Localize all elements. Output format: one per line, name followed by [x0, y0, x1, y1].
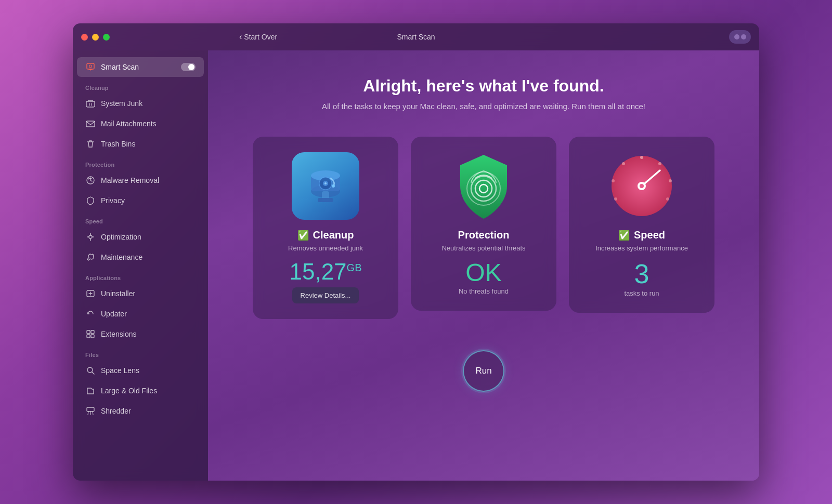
- minimize-button[interactable]: [92, 34, 99, 41]
- dot2: [741, 34, 746, 39]
- speed-card-title: Speed: [634, 229, 665, 241]
- cleanup-card: ✅ Cleanup Removes unneeded junk 15,27GB …: [253, 137, 398, 319]
- window-title: Smart Scan: [397, 33, 435, 41]
- cleanup-card-desc: Removes unneeded junk: [288, 244, 363, 252]
- svg-rect-0: [87, 63, 94, 69]
- title-bar: ‹ Start Over Smart Scan: [73, 23, 759, 50]
- cleanup-check-icon: ✅: [297, 230, 309, 241]
- svg-rect-15: [87, 335, 90, 338]
- sidebar-item-maintenance[interactable]: Maintenance: [77, 247, 204, 267]
- main-layout: Smart Scan Cleanup System Junk: [73, 50, 759, 481]
- svg-point-38: [658, 162, 661, 165]
- maximize-button[interactable]: [103, 34, 110, 41]
- svg-point-1: [89, 65, 92, 68]
- sidebar-item-trash-bins[interactable]: Trash Bins: [77, 134, 204, 154]
- cards-row: ✅ Cleanup Removes unneeded junk 15,27GB …: [253, 137, 714, 319]
- chevron-left-icon: ‹: [239, 32, 242, 42]
- section-speed: Speed: [73, 211, 208, 227]
- sidebar-item-mail-attachments[interactable]: Mail Attachments: [77, 114, 204, 134]
- smart-scan-toggle[interactable]: [181, 63, 196, 71]
- sidebar-item-space-lens[interactable]: Space Lens: [77, 361, 204, 380]
- svg-rect-5: [86, 121, 95, 127]
- svg-point-43: [614, 197, 617, 201]
- malware-removal-icon: [85, 175, 96, 185]
- extensions-label: Extensions: [101, 330, 136, 338]
- sidebar-item-large-old-files[interactable]: Large & Old Files: [77, 381, 204, 401]
- privacy-label: Privacy: [101, 196, 125, 205]
- sidebar-item-shredder[interactable]: Shredder: [77, 401, 204, 421]
- sidebar-item-malware-removal[interactable]: Malware Removal: [77, 170, 204, 190]
- back-label: Start Over: [244, 33, 277, 41]
- protection-card-footer: No threats found: [459, 287, 509, 295]
- svg-line-20: [88, 412, 88, 415]
- run-btn-container: Run: [463, 350, 504, 392]
- main-window: ‹ Start Over Smart Scan: [73, 23, 759, 481]
- sidebar-item-uninstaller[interactable]: Uninstaller: [77, 284, 204, 303]
- svg-line-22: [93, 412, 93, 415]
- svg-rect-14: [91, 330, 94, 334]
- privacy-icon: [85, 195, 96, 206]
- shredder-icon: [85, 406, 96, 416]
- svg-rect-27: [318, 198, 333, 202]
- updater-label: Updater: [101, 310, 127, 318]
- svg-point-31: [332, 184, 335, 188]
- page-heading: Alright, here's what I've found.: [363, 76, 604, 96]
- svg-point-41: [622, 162, 625, 165]
- window-controls: [81, 34, 110, 41]
- svg-rect-16: [91, 335, 94, 338]
- sidebar-item-extensions[interactable]: Extensions: [77, 324, 204, 344]
- back-nav[interactable]: ‹ Start Over: [239, 32, 277, 42]
- uninstaller-label: Uninstaller: [101, 289, 135, 298]
- sidebar-item-system-junk[interactable]: System Junk: [77, 94, 204, 113]
- extensions-icon: [85, 329, 96, 339]
- trash-bins-icon: [85, 139, 96, 149]
- speed-title-row: ✅ Speed: [618, 229, 665, 241]
- trash-bins-label: Trash Bins: [101, 140, 135, 148]
- svg-point-11: [89, 235, 92, 238]
- speed-card: ✅ Speed Increases system performance 3 t…: [569, 137, 714, 313]
- section-cleanup: Cleanup: [73, 77, 208, 93]
- sidebar-item-smart-scan[interactable]: Smart Scan: [77, 57, 204, 77]
- more-options-button[interactable]: [729, 30, 751, 44]
- protection-title-row: Protection: [458, 229, 510, 241]
- maintenance-icon: [85, 252, 96, 262]
- protection-card: Protection Neutralizes potential threats…: [411, 137, 556, 311]
- uninstaller-icon: [85, 288, 96, 299]
- shredder-label: Shredder: [101, 407, 131, 415]
- svg-point-40: [666, 197, 669, 201]
- svg-point-46: [640, 184, 644, 188]
- updater-icon: [85, 309, 96, 319]
- speed-check-icon: ✅: [618, 230, 630, 241]
- optimization-label: Optimization: [101, 233, 141, 241]
- protection-card-icon: [450, 152, 517, 220]
- smart-scan-label: Smart Scan: [101, 63, 139, 71]
- dot1: [734, 34, 739, 39]
- svg-point-30: [324, 182, 327, 184]
- run-button[interactable]: Run: [463, 350, 504, 392]
- cleanup-title-row: ✅ Cleanup: [297, 229, 354, 241]
- review-details-button[interactable]: Review Details...: [292, 287, 359, 303]
- smart-scan-icon: [85, 62, 96, 72]
- sidebar-item-optimization[interactable]: Optimization: [77, 227, 204, 247]
- sidebar-item-updater[interactable]: Updater: [77, 304, 204, 324]
- section-protection: Protection: [73, 154, 208, 170]
- content-area: Alright, here's what I've found. All of …: [208, 50, 759, 481]
- space-lens-icon: [85, 365, 96, 376]
- close-button[interactable]: [81, 34, 88, 41]
- cleanup-card-title: Cleanup: [313, 229, 354, 241]
- section-applications: Applications: [73, 268, 208, 283]
- svg-point-37: [640, 156, 643, 159]
- sidebar-item-privacy[interactable]: Privacy: [77, 191, 204, 210]
- protection-card-title: Protection: [458, 229, 510, 241]
- optimization-icon: [85, 232, 96, 242]
- page-subheading: All of the tasks to keep your Mac clean,…: [322, 102, 645, 111]
- cleanup-card-icon: [292, 152, 359, 220]
- section-files: Files: [73, 344, 208, 360]
- svg-point-42: [612, 179, 615, 182]
- space-lens-label: Space Lens: [101, 366, 139, 375]
- svg-point-39: [669, 179, 672, 182]
- mail-attachments-label: Mail Attachments: [101, 120, 157, 128]
- protection-card-desc: Neutralizes potential threats: [441, 244, 525, 252]
- speed-card-desc: Increases system performance: [595, 244, 688, 252]
- speed-card-value: 3: [634, 260, 649, 287]
